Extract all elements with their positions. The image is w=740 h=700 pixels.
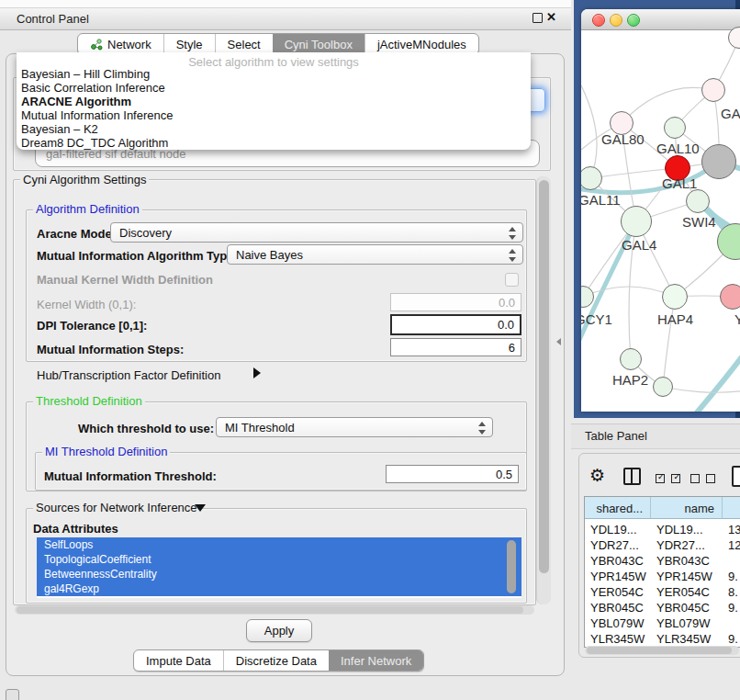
apply-button[interactable]: Apply	[246, 619, 312, 642]
tab-style[interactable]: Style	[163, 34, 215, 54]
algorithm-option[interactable]: Dream8 DC_TDC Algorithm	[17, 136, 531, 150]
node-label: GCY1	[581, 311, 612, 327]
aracne-mode-combobox[interactable]: Discovery	[110, 222, 523, 243]
manual-kernel-checkbox[interactable]	[505, 273, 519, 287]
table-cell[interactable]: YER054C	[656, 585, 710, 599]
dpi-tolerance-field[interactable]: 0.0	[390, 314, 521, 335]
list-item[interactable]: SelfLoops	[37, 537, 521, 552]
node-label: GAL	[721, 106, 740, 121]
table-cell[interactable]: YBR045C	[590, 601, 644, 615]
settings-vscrollbar[interactable]	[536, 176, 551, 604]
zoom-window-icon[interactable]	[627, 14, 640, 27]
mi-type-label: Mutual Information Algorithm Type:	[37, 249, 238, 263]
table-cell[interactable]: YBL079W	[590, 616, 645, 630]
network-canvas[interactable]: GAL GAL80 GAL10 GAL1 GAL11 SWI4 GAL4 GCY…	[581, 30, 740, 412]
table-cell[interactable]: YPR145W	[590, 570, 646, 583]
new-table-icon[interactable]	[732, 466, 740, 487]
show-columns-icon[interactable]: ✓ ✓	[656, 470, 680, 487]
table-cell[interactable]: 9.	[728, 601, 738, 615]
column-header[interactable]: name	[651, 497, 723, 519]
network-node[interactable]	[620, 348, 642, 370]
close-window-icon[interactable]	[592, 14, 605, 27]
data-attributes-list[interactable]: SelfLoops TopologicalCoefficient Between…	[37, 537, 521, 598]
table-hscrollbar[interactable]	[585, 646, 739, 655]
algorithm-popup: Select algorithm to view settings Bayesi…	[17, 52, 531, 150]
node-table[interactable]: shared... name YDL19... YDL19... 13 YDR2…	[584, 496, 740, 648]
list-item[interactable]: TopologicalCoefficient	[37, 552, 521, 567]
network-window-titlebar[interactable]	[581, 9, 740, 30]
algorithm-option[interactable]: Basic Correlation Inference	[17, 81, 531, 95]
mi-steps-label: Mutual Information Steps:	[37, 343, 184, 356]
table-cell[interactable]: YLR345W	[590, 632, 645, 646]
settings-hscrollbar-thumb[interactable]	[17, 606, 523, 614]
table-cell[interactable]: YBR045C	[656, 601, 710, 615]
table-cell[interactable]: YBL079W	[656, 616, 711, 630]
table-hscrollbar-thumb[interactable]	[587, 647, 732, 654]
table-cell[interactable]: YDL19...	[656, 523, 703, 536]
which-threshold-value: MI Threshold	[225, 421, 295, 435]
table-cell[interactable]: 8.	[728, 585, 738, 599]
algorithm-option-selected[interactable]: ARACNE Algorithm	[17, 95, 531, 108]
network-window[interactable]: GAL GAL80 GAL10 GAL1 GAL11 SWI4 GAL4 GCY…	[581, 9, 740, 412]
table-cell[interactable]: 9.	[728, 632, 738, 646]
tab-cyni-toolbox[interactable]: Cyni Toolbox	[273, 34, 364, 54]
table-cell[interactable]: YBR043C	[590, 554, 644, 568]
network-node-pink[interactable]	[720, 284, 740, 310]
column-header[interactable]: shared...	[585, 497, 651, 519]
aracne-mode-value: Discovery	[119, 226, 172, 240]
table-cell[interactable]: YDR27...	[590, 538, 639, 552]
network-node[interactable]	[621, 206, 652, 237]
list-item[interactable]: BetweennessCentrality	[37, 567, 521, 581]
table-cell[interactable]: 13	[728, 523, 740, 536]
table-cell[interactable]: YDR27...	[656, 538, 705, 552]
tab-impute-data[interactable]: Impute Data	[134, 650, 223, 671]
network-node[interactable]	[664, 117, 686, 139]
table-cell[interactable]: 12	[728, 538, 740, 552]
network-node[interactable]	[662, 284, 688, 310]
settings-vscrollbar-thumb[interactable]	[539, 180, 549, 573]
tab-network[interactable]: Network	[78, 34, 163, 54]
tab-infer-network[interactable]: Infer Network	[329, 650, 423, 671]
table-panel-title: Table Panel	[585, 429, 647, 443]
list-item[interactable]: gal4RGexp	[37, 581, 521, 596]
node-label: GAL1	[662, 175, 697, 191]
network-node-gray[interactable]	[701, 144, 736, 179]
expander-collapsed-icon[interactable]	[253, 367, 261, 378]
expander-expanded-icon[interactable]	[195, 504, 206, 512]
column-header[interactable]	[723, 497, 740, 519]
close-panel-icon[interactable]: ✕	[546, 10, 556, 24]
tab-discretize-data[interactable]: Discretize Data	[223, 650, 329, 671]
network-node[interactable]	[686, 189, 710, 213]
mi-threshold-field[interactable]: 0.5	[386, 465, 519, 483]
gear-icon[interactable]: ⚙	[589, 465, 605, 486]
tab-cyni-toolbox-label: Cyni Toolbox	[285, 38, 353, 51]
list-vscrollbar-thumb[interactable]	[507, 540, 516, 593]
float-panel-icon[interactable]	[533, 13, 543, 23]
tab-jactivemnodules[interactable]: jActiveMNodules	[364, 34, 478, 54]
settings-hscrollbar[interactable]	[15, 605, 534, 615]
table-cell[interactable]: YPR145W	[656, 570, 712, 583]
which-threshold-combobox[interactable]: MI Threshold	[216, 417, 493, 437]
table-cell[interactable]: 9.	[728, 570, 738, 583]
network-node[interactable]	[701, 78, 725, 102]
minimize-window-icon[interactable]	[610, 14, 622, 27]
node-label: HAP4	[657, 311, 693, 327]
algorithm-option[interactable]: Bayesian – K2	[17, 122, 531, 136]
columns-icon[interactable]	[623, 468, 641, 485]
splitter-handle[interactable]	[556, 338, 561, 345]
hub-expander-label[interactable]: Hub/Transcription Factor Definition	[37, 368, 220, 382]
control-panel-title: Control Panel	[17, 12, 89, 26]
algorithm-option[interactable]: Bayesian – Hill Climbing	[17, 67, 531, 81]
table-cell[interactable]: YDL19...	[590, 523, 637, 536]
hide-columns-icon[interactable]	[690, 470, 715, 487]
algorithm-option[interactable]: Mutual Information Inference	[17, 108, 531, 122]
table-cell[interactable]: YBR043C	[656, 554, 710, 568]
tab-select[interactable]: Select	[215, 34, 273, 54]
minimized-panel-icon[interactable]	[6, 689, 19, 700]
mi-steps-field[interactable]: 6	[390, 338, 521, 356]
mi-type-combobox[interactable]: Naive Bayes	[227, 244, 523, 265]
table-cell[interactable]: YLR345W	[656, 632, 711, 646]
table-cell[interactable]: YER054C	[590, 585, 644, 599]
network-node[interactable]	[653, 377, 673, 397]
kernel-width-field[interactable]: 0.0	[390, 293, 521, 311]
